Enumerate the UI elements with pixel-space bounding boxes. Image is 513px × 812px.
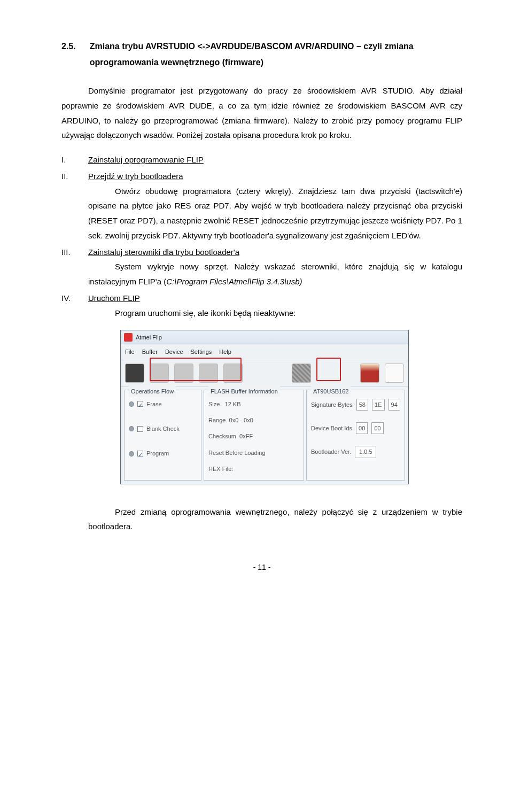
size-value: 12 KB bbox=[225, 401, 241, 407]
list-item-number: IV. bbox=[61, 291, 88, 306]
list-item-body: Program uruchomi się, ale ikonki będą ni… bbox=[88, 306, 462, 321]
body-italic-path: C:\Program Files\Atmel\Flip 3.4.3\usb) bbox=[166, 277, 302, 286]
app-icon bbox=[124, 333, 133, 342]
page-number: - 11 - bbox=[61, 561, 462, 575]
op-label: Erase bbox=[146, 399, 162, 409]
section-number: 2.5. bbox=[61, 38, 90, 55]
book-icon[interactable] bbox=[360, 364, 379, 383]
menu-settings[interactable]: Settings bbox=[191, 346, 212, 357]
range-label: Range bbox=[208, 417, 226, 423]
list-item: IV. Uruchom FLIP Program uruchomi się, a… bbox=[61, 291, 462, 321]
panel-title: AT90USB162 bbox=[311, 386, 351, 397]
usb-cable-icon[interactable] bbox=[292, 364, 311, 383]
range-value: 0x0 - 0x0 bbox=[229, 417, 253, 423]
section-heading: 2.5. Zmiana trybu AVRSTUDIO <->AVRDUDE/B… bbox=[61, 38, 462, 70]
menu-device[interactable]: Device bbox=[165, 346, 183, 357]
info-row: Reset Before Loading bbox=[208, 447, 299, 458]
list-item-label: Uruchom FLIP bbox=[88, 291, 140, 306]
list-item-body: Otwórz obudowę programatora (cztery wkrę… bbox=[88, 184, 462, 243]
panel-title: Operations Flow bbox=[129, 386, 176, 397]
window-title: Atmel Flip bbox=[136, 332, 162, 343]
procedure-list: I. Zainstaluj oprogramowanie FLIP II. Pr… bbox=[61, 152, 462, 320]
checkbox[interactable] bbox=[137, 426, 143, 432]
app-screenshot: Atmel Flip File Buffer Device Settings H… bbox=[120, 330, 409, 484]
list-item-body: System wykryje nowy sprzęt. Należy wskaz… bbox=[88, 259, 462, 289]
menu-file[interactable]: File bbox=[125, 346, 135, 357]
info-row: Signature Bytes 58 1E 94 bbox=[311, 399, 400, 411]
chip-select-icon[interactable] bbox=[125, 364, 144, 383]
menu-help[interactable]: Help bbox=[219, 346, 231, 357]
list-item-label: Przejdź w tryb bootloadera bbox=[88, 169, 183, 184]
section-title: Zmiana trybu AVRSTUDIO <->AVRDUDE/BASCOM… bbox=[90, 38, 462, 70]
sig-label: Signature Bytes bbox=[311, 401, 353, 408]
info-row: HEX File: bbox=[208, 463, 299, 474]
devboot-byte: 00 bbox=[371, 422, 383, 434]
size-label: Size bbox=[208, 401, 220, 407]
checksum-label: Checksum bbox=[208, 433, 236, 439]
intro-paragraph: Domyślnie programator jest przygotowany … bbox=[61, 83, 462, 143]
bullet-icon bbox=[129, 401, 134, 407]
highlight-box bbox=[150, 358, 242, 381]
flash-buffer-panel: FLASH Buffer Information Size 12 KB Rang… bbox=[204, 390, 304, 481]
info-row: Size 12 KB bbox=[208, 399, 299, 409]
devboot-label: Device Boot Ids bbox=[311, 425, 352, 431]
list-item: II. Przejdź w tryb bootloadera Otwórz ob… bbox=[61, 169, 462, 243]
list-item-number: I. bbox=[61, 152, 88, 167]
window-titlebar: Atmel Flip bbox=[121, 330, 408, 344]
devboot-byte: 00 bbox=[356, 422, 368, 434]
op-row: Program bbox=[129, 448, 197, 459]
list-item-number: II. bbox=[61, 169, 88, 184]
list-item: III. Zainstaluj sterowniki dla trybu boo… bbox=[61, 245, 462, 289]
sig-byte: 94 bbox=[388, 399, 400, 411]
op-label: Blank Check bbox=[146, 423, 180, 434]
info-row: Bootloader Ver. 1.0.5 bbox=[311, 446, 400, 458]
outro-paragraph: Przed zmianą oprogramowania wewnętrznego… bbox=[88, 505, 462, 535]
op-row: Erase bbox=[129, 399, 197, 409]
device-info-panel: AT90USB162 Signature Bytes 58 1E 94 Devi… bbox=[306, 390, 405, 481]
op-label: Program bbox=[146, 448, 169, 459]
info-row: Device Boot Ids 00 00 bbox=[311, 422, 400, 434]
info-row: Checksum 0xFF bbox=[208, 431, 299, 442]
reset-label: Reset Before Loading bbox=[208, 450, 265, 456]
bullet-icon bbox=[129, 451, 134, 457]
info-row: Range 0x0 - 0x0 bbox=[208, 415, 299, 426]
checksum-value: 0xFF bbox=[239, 433, 253, 439]
list-item: I. Zainstaluj oprogramowanie FLIP bbox=[61, 152, 462, 167]
menu-buffer[interactable]: Buffer bbox=[142, 346, 158, 357]
list-item-number: III. bbox=[61, 245, 88, 260]
blver-value: 1.0.5 bbox=[355, 446, 376, 458]
sig-byte: 58 bbox=[356, 399, 368, 411]
highlight-box bbox=[316, 358, 341, 381]
checkbox[interactable] bbox=[137, 451, 143, 457]
list-item-label: Zainstaluj oprogramowanie FLIP bbox=[88, 152, 204, 167]
list-item-label: Zainstaluj sterowniki dla trybu bootload… bbox=[88, 245, 239, 260]
blver-label: Bootloader Ver. bbox=[311, 448, 351, 455]
hex-label: HEX File: bbox=[208, 466, 233, 472]
toolbar-icon[interactable] bbox=[385, 364, 404, 383]
op-row: Blank Check bbox=[129, 423, 197, 434]
panels-area: Operations Flow Erase Blank Check Progra… bbox=[121, 386, 408, 484]
panel-title: FLASH Buffer Information bbox=[208, 386, 280, 397]
bullet-icon bbox=[129, 426, 134, 431]
sig-byte: 1E bbox=[372, 399, 384, 411]
checkbox[interactable] bbox=[137, 401, 143, 407]
operations-flow-panel: Operations Flow Erase Blank Check Progra… bbox=[124, 390, 201, 481]
